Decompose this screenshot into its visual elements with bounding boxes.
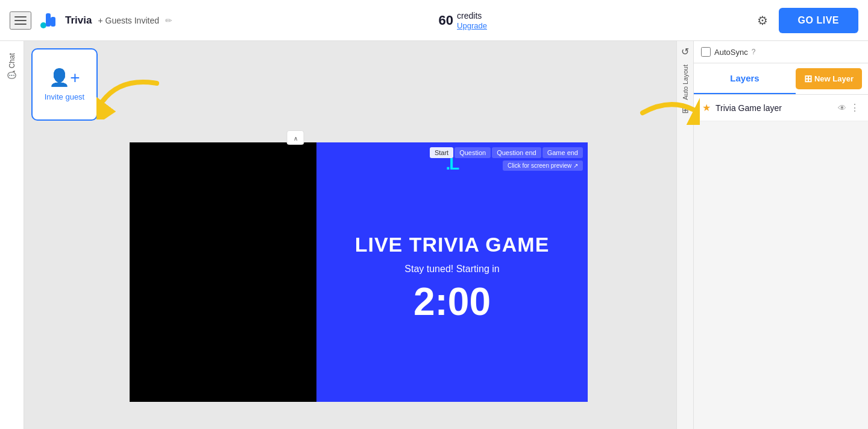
preview-tabs: Start Question Question end Game end	[430, 147, 583, 158]
go-live-button[interactable]: GO LIVE	[779, 8, 858, 33]
logo-wrap	[37, 10, 59, 31]
auto-layout-toggle[interactable]: ↺	[681, 46, 689, 57]
header-left: Trivia + Guests Invited ✏	[10, 10, 172, 31]
right-panel: AutoSync ? Layers ⊞ New Layer	[693, 41, 868, 429]
tab-game-end[interactable]: Game end	[542, 147, 583, 158]
credits-info: credits Upgrade	[457, 10, 487, 30]
hamburger-menu[interactable]	[10, 11, 31, 30]
canvas-timer: 2:00	[414, 279, 491, 324]
credits-label: credits	[457, 11, 482, 21]
app-title: Trivia	[65, 14, 92, 27]
auto-layout-label: Auto Layout	[682, 65, 689, 100]
guests-badge: + Guests Invited	[98, 16, 159, 25]
yellow-arrow-icon	[96, 71, 169, 119]
chat-icon: 💬	[8, 71, 16, 80]
content-area: 👤+ Invite guest ∧ .L	[24, 41, 693, 429]
header-right: ⚙ GO LIVE	[753, 8, 858, 33]
auto-layout-sidebar: ↺ Auto Layout ⊞	[676, 41, 693, 429]
autosync-checkbox[interactable]	[701, 47, 711, 57]
layers-tab[interactable]: Layers	[694, 63, 796, 94]
autosync-control: AutoSync ?	[701, 47, 755, 57]
new-layer-label: New Layer	[814, 74, 854, 83]
layer-name: Trivia Game layer	[715, 103, 838, 113]
svg-rect-2	[51, 17, 55, 27]
autosync-row: AutoSync ?	[694, 41, 868, 63]
layer-item[interactable]: ★ Trivia Game layer 👁 ⋮	[694, 95, 868, 121]
settings-button[interactable]: ⚙	[753, 10, 772, 31]
svg-rect-1	[46, 13, 51, 27]
main-layout: 💬 Chat 👤+ Invite guest ∧	[0, 41, 868, 429]
svg-point-0	[40, 22, 46, 28]
layers-header: Layers ⊞ New Layer	[694, 63, 868, 95]
invite-arrow-annotation	[96, 71, 169, 122]
upgrade-link[interactable]: Upgrade	[457, 21, 487, 30]
collapse-icon: ∧	[294, 135, 298, 142]
canvas-blue-area: .L Start Question Question end Game end …	[316, 142, 588, 402]
layer-more-icon[interactable]: ⋮	[850, 102, 860, 113]
layer-visibility-icon[interactable]: 👁	[838, 103, 846, 113]
tab-question-end[interactable]: Question end	[492, 147, 541, 158]
auto-layout-grid-icon[interactable]: ⊞	[682, 105, 689, 115]
app-logo	[37, 10, 59, 31]
left-sidebar: 💬 Chat	[0, 41, 24, 429]
new-layer-button[interactable]: ⊞ New Layer	[796, 68, 862, 89]
canvas-black-area	[130, 142, 316, 402]
layer-star-icon: ★	[702, 102, 711, 113]
layer-actions: 👁 ⋮	[838, 102, 860, 113]
edit-icon[interactable]: ✏	[165, 16, 172, 25]
person-add-icon: 👤+	[49, 68, 80, 87]
invite-guest-card[interactable]: 👤+ Invite guest	[31, 48, 98, 121]
canvas-title: LIVE TRIVIA GAME	[355, 233, 550, 256]
chat-label: Chat	[8, 53, 16, 68]
credits-count: 60	[439, 13, 453, 28]
autosync-label: AutoSync	[714, 48, 748, 57]
canvas-subtitle: Stay tuned! Starting in	[404, 264, 499, 275]
screen-preview-link[interactable]: Click for screen preview ↗	[503, 160, 583, 171]
chat-tab[interactable]: 💬 Chat	[5, 48, 19, 84]
help-icon[interactable]: ?	[752, 48, 756, 56]
invite-guest-label: Invite guest	[45, 92, 85, 101]
tab-question[interactable]: Question	[454, 147, 491, 158]
new-layer-plus-icon: ⊞	[804, 73, 812, 84]
collapse-bar[interactable]: ∧	[287, 130, 304, 145]
header: Trivia + Guests Invited ✏ 60 credits Upg…	[0, 0, 868, 41]
credits-area: 60 credits Upgrade	[439, 10, 487, 30]
tab-start[interactable]: Start	[430, 147, 453, 158]
preview-canvas: .L Start Question Question end Game end …	[130, 142, 588, 402]
